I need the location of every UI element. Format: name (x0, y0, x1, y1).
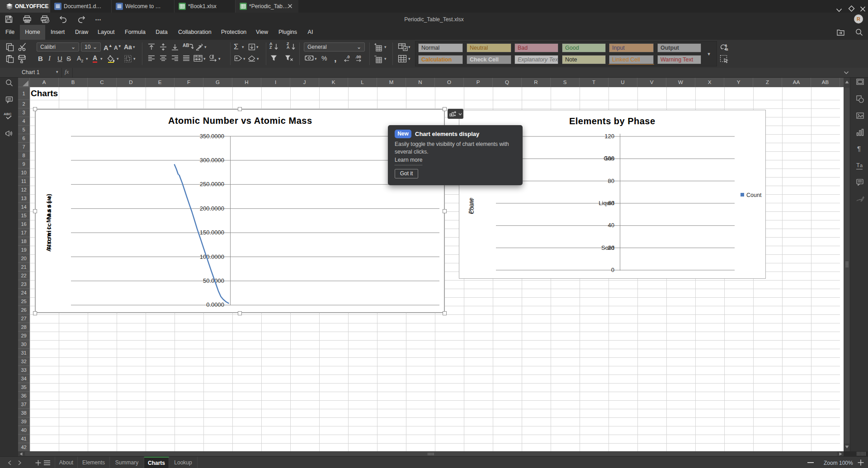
svg-text:0.0000: 0.0000 (206, 301, 224, 308)
svg-text:100.0000: 100.0000 (200, 253, 224, 260)
svg-text:40: 40 (608, 222, 614, 229)
svg-text:Atomic Number vs Atomic Mass: Atomic Number vs Atomic Mass (168, 116, 312, 126)
svg-text:Count: Count (746, 192, 762, 198)
svg-text:350.0000: 350.0000 (200, 133, 224, 140)
svg-text:0: 0 (611, 267, 614, 273)
svg-text:120: 120 (604, 133, 614, 140)
svg-text:Solid: Solid (601, 244, 614, 251)
svg-text:80: 80 (608, 178, 614, 184)
svg-text:Liquid: Liquid (599, 200, 614, 206)
svg-text:.0: .0 (346, 55, 350, 59)
svg-text:200.0000: 200.0000 (200, 205, 224, 212)
svg-text:.00: .00 (355, 55, 361, 59)
svg-text:300.0000: 300.0000 (200, 157, 224, 164)
svg-text:Phase: Phase (468, 198, 474, 214)
svg-text:250.0000: 250.0000 (200, 181, 224, 187)
svg-text:Gas: Gas (604, 155, 614, 162)
svg-text:150.0000: 150.0000 (200, 229, 224, 236)
svg-text:Elements by Phase: Elements by Phase (569, 116, 655, 126)
svg-text:A: A (725, 43, 727, 47)
